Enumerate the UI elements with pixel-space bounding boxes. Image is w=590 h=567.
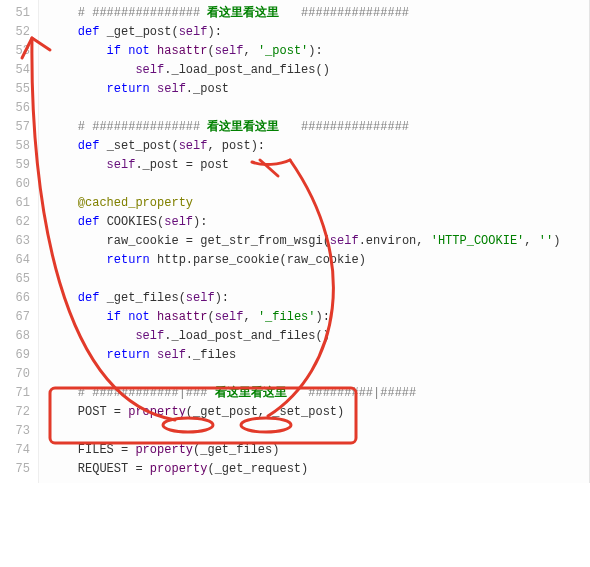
code-line: raw_cookie = get_str_from_wsgi(self.envi…: [49, 232, 589, 251]
token: _get_files: [107, 291, 179, 305]
token: ): [553, 234, 560, 248]
token: if not: [107, 44, 157, 58]
code-line: FILES = property(_get_files): [49, 441, 589, 460]
line-number: 65: [6, 270, 30, 289]
token: self: [330, 234, 359, 248]
token: 看这里看这里: [207, 6, 279, 20]
code-line: # ############### 看这里看这里 ###############: [49, 4, 589, 23]
token: [49, 63, 135, 77]
line-number: 73: [6, 422, 30, 441]
token: return: [107, 82, 157, 96]
token: ):: [308, 44, 322, 58]
token: [49, 25, 78, 39]
token: REQUEST =: [49, 462, 150, 476]
code-line: POST = property(_get_post, _set_post): [49, 403, 589, 422]
line-number: 72: [6, 403, 30, 422]
token: (: [171, 139, 178, 153]
line-number: 71: [6, 384, 30, 403]
token: #########|#####: [287, 386, 417, 400]
code-line: def _get_files(self):: [49, 289, 589, 308]
token: ,: [243, 310, 257, 324]
token: FILES =: [49, 443, 135, 457]
code-line: return http.parse_cookie(raw_cookie): [49, 251, 589, 270]
token: (: [179, 291, 186, 305]
token: ):: [207, 25, 221, 39]
token: 看这里看这里: [207, 120, 279, 134]
line-number: 55: [6, 80, 30, 99]
token: (_get_post, _set_post): [186, 405, 344, 419]
code-line: @cached_property: [49, 194, 589, 213]
code-line: def _get_post(self):: [49, 23, 589, 42]
token: 看这里看这里: [215, 386, 287, 400]
line-number: 63: [6, 232, 30, 251]
token: # ###############: [78, 120, 208, 134]
token: if not: [107, 310, 157, 324]
token: '': [539, 234, 553, 248]
token: [49, 291, 78, 305]
token: def: [78, 25, 107, 39]
line-number: 56: [6, 99, 30, 118]
token: def: [78, 215, 107, 229]
token: [49, 253, 107, 267]
token: [49, 6, 78, 20]
token: [49, 196, 78, 210]
code-line: [49, 365, 589, 384]
code-line: return self._files: [49, 346, 589, 365]
token: _get_post: [107, 25, 172, 39]
token: [49, 215, 78, 229]
line-number: 70: [6, 365, 30, 384]
token: [49, 329, 135, 343]
token: return: [107, 253, 157, 267]
line-number: 57: [6, 118, 30, 137]
source-code: # ############### 看这里看这里 ###############…: [39, 0, 589, 483]
token: (: [207, 310, 214, 324]
token: def: [78, 139, 107, 153]
line-number: 54: [6, 61, 30, 80]
token: self: [157, 348, 186, 362]
line-number: 75: [6, 460, 30, 479]
token: ._files: [186, 348, 236, 362]
token: [49, 310, 107, 324]
code-line: # ############### 看这里看这里 ###############: [49, 118, 589, 137]
token: property: [128, 405, 186, 419]
token: '_post': [258, 44, 308, 58]
token: _set_post: [107, 139, 172, 153]
token: ):: [193, 215, 207, 229]
token: ._load_post_and_files(): [164, 63, 330, 77]
token: self: [107, 158, 136, 172]
line-number: 64: [6, 251, 30, 270]
token: self: [215, 44, 244, 58]
line-number: 59: [6, 156, 30, 175]
token: property: [150, 462, 208, 476]
token: def: [78, 291, 107, 305]
code-line: self._load_post_and_files(): [49, 327, 589, 346]
token: ._load_post_and_files(): [164, 329, 330, 343]
token: [49, 44, 107, 58]
code-line: self._load_post_and_files(): [49, 61, 589, 80]
token: [49, 82, 107, 96]
token: self: [135, 329, 164, 343]
code-line: [49, 99, 589, 118]
token: POST =: [49, 405, 128, 419]
code-line: # ############|### 看这里看这里 #########|####…: [49, 384, 589, 403]
token: self: [179, 25, 208, 39]
code-line: [49, 422, 589, 441]
code-line: REQUEST = property(_get_request): [49, 460, 589, 479]
code-line: [49, 175, 589, 194]
code-line: if not hasattr(self, '_files'):: [49, 308, 589, 327]
line-number: 67: [6, 308, 30, 327]
token: ,: [243, 44, 257, 58]
token: ._post: [186, 82, 229, 96]
line-number-gutter: 5152535455565758596061626364656667686970…: [0, 0, 39, 483]
token: ):: [315, 310, 329, 324]
code-line: if not hasattr(self, '_post'):: [49, 42, 589, 61]
code-line: self._post = post: [49, 156, 589, 175]
code-line: [49, 270, 589, 289]
token: property: [135, 443, 193, 457]
code-line: return self._post: [49, 80, 589, 99]
line-number: 52: [6, 23, 30, 42]
token: COOKIES: [107, 215, 157, 229]
line-number: 53: [6, 42, 30, 61]
token: ###############: [279, 120, 409, 134]
token: raw_cookie = get_str_from_wsgi(: [49, 234, 330, 248]
